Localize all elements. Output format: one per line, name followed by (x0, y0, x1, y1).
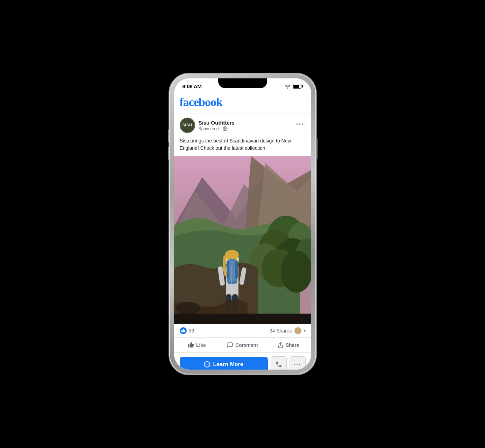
info-icon: i (204, 361, 210, 368)
post-header: SISU Sisu Outfitters Sponsored · (174, 113, 311, 137)
svg-rect-28 (235, 261, 238, 279)
like-label: Like (196, 342, 206, 348)
post-header-left: SISU Sisu Outfitters Sponsored · (180, 118, 235, 133)
cta-more-button[interactable]: ··· (290, 356, 306, 370)
likes-section: 56 (180, 327, 194, 334)
like-thumb-icon (180, 327, 187, 334)
engagement-row: 56 34 Shares ▾ (174, 324, 311, 338)
share-label: Share (286, 342, 299, 348)
globe-icon (223, 126, 228, 131)
sponsored-row: Sponsored · (199, 126, 235, 131)
status-icons (285, 84, 303, 89)
volume-up-button (168, 130, 169, 142)
scene-illustration (174, 156, 311, 324)
chevron-down-icon: ▾ (304, 329, 306, 333)
phone-device: 8:08 AM (169, 74, 316, 374)
svg-point-30 (176, 302, 200, 315)
comment-label: Comment (235, 342, 258, 348)
comment-button[interactable]: Comment (220, 339, 265, 351)
comment-icon (227, 342, 233, 348)
wifi-icon (285, 84, 291, 89)
power-button (316, 138, 318, 159)
shares-section: 34 Shares ▾ (270, 327, 306, 335)
status-time: 8:08 AM (183, 83, 202, 89)
svg-point-16 (281, 251, 311, 293)
phone-icon (275, 361, 282, 368)
like-icon (188, 342, 194, 348)
sponsored-label: Sponsored (199, 126, 219, 131)
share-button[interactable]: Share (265, 339, 311, 351)
like-button[interactable]: Like (174, 339, 220, 351)
svg-rect-27 (227, 261, 229, 279)
learn-more-label: Learn More (213, 361, 243, 368)
cta-row: i Learn More ··· (174, 353, 311, 370)
post-image (174, 156, 311, 324)
phone-screen: 8:08 AM (174, 78, 311, 370)
facebook-post: SISU Sisu Outfitters Sponsored · (174, 113, 311, 370)
facebook-logo: facebook (180, 96, 306, 109)
phone-frame: 8:08 AM (169, 74, 316, 374)
learn-more-button[interactable]: i Learn More (180, 357, 268, 370)
post-more-button[interactable]: ··· (295, 119, 306, 129)
post-meta: Sisu Outfitters Sponsored · (199, 119, 235, 131)
poster-name: Sisu Outfitters (199, 119, 235, 126)
shares-avatar (294, 327, 302, 335)
actions-row: Like Comment Share (174, 338, 311, 353)
avatar: SISU (180, 118, 195, 133)
shares-count: 34 Shares (270, 328, 292, 334)
svg-rect-32 (174, 314, 311, 324)
post-body-text: Sisu brings the best of Scandinavian des… (174, 137, 311, 156)
share-icon (277, 342, 284, 348)
volume-down-button (168, 147, 169, 160)
likes-count: 56 (189, 328, 194, 334)
svg-point-24 (225, 250, 239, 260)
avatar-ring (180, 118, 195, 133)
battery-icon (293, 84, 303, 89)
cta-more-label: ··· (294, 361, 301, 368)
call-button[interactable] (271, 356, 287, 370)
facebook-header: facebook (174, 92, 311, 113)
phone-notch (218, 78, 267, 88)
